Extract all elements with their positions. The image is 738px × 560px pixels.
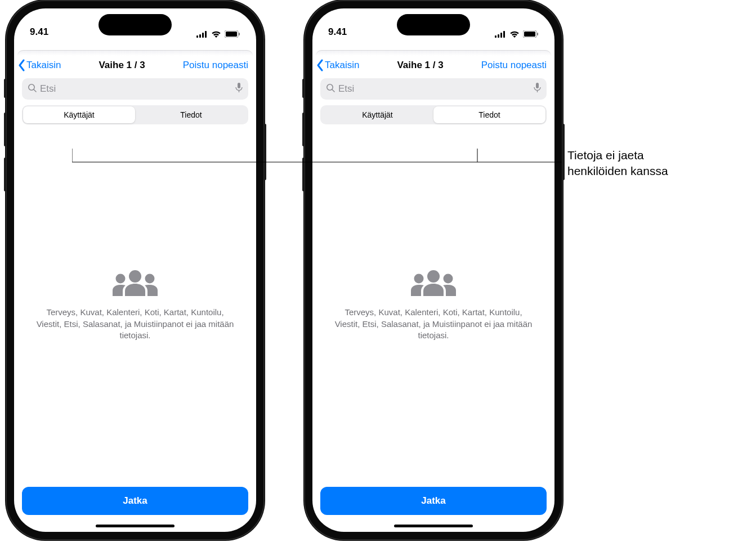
segment-users[interactable]: Käyttäjät [321, 106, 433, 123]
search-field[interactable]: Etsi [22, 78, 248, 100]
mic-icon[interactable] [534, 83, 541, 96]
svg-rect-3 [205, 31, 207, 38]
sheet-grabber [312, 50, 554, 56]
chevron-left-icon [316, 59, 324, 71]
svg-rect-17 [503, 31, 505, 38]
screen: 9.41 [14, 8, 256, 532]
back-button[interactable]: Takaisin [316, 59, 359, 71]
svg-rect-14 [495, 35, 497, 38]
sheet-grabber [14, 50, 256, 56]
people-group-icon [409, 270, 458, 299]
svg-point-25 [427, 270, 440, 283]
empty-state: Terveys, Kuvat, Kalenteri, Koti, Kartat,… [14, 124, 256, 487]
svg-point-13 [145, 274, 155, 284]
search-field[interactable]: Etsi [320, 78, 547, 100]
chevron-left-icon [17, 59, 25, 71]
svg-rect-0 [196, 35, 198, 38]
continue-button[interactable]: Jatka [22, 487, 248, 515]
search-placeholder: Etsi [338, 83, 530, 95]
svg-rect-5 [226, 32, 237, 37]
svg-point-27 [444, 274, 453, 284]
cellular-signal-icon [495, 31, 506, 38]
volume-up-button [302, 113, 305, 146]
empty-state: Terveys, Kuvat, Kalenteri, Koti, Kartat,… [312, 124, 554, 487]
cellular-signal-icon [196, 31, 208, 38]
svg-rect-23 [536, 83, 539, 88]
volume-down-button [4, 158, 6, 191]
svg-rect-19 [524, 32, 535, 37]
empty-state-message: Terveys, Kuvat, Kalenteri, Koti, Kartat,… [332, 307, 535, 341]
nav-bar: Takaisin Vaihe 1 / 3 Poistu nopeasti [14, 56, 256, 76]
svg-line-8 [34, 89, 36, 92]
dynamic-island [397, 14, 470, 35]
home-indicator [96, 525, 175, 527]
nav-title: Vaihe 1 / 3 [99, 60, 145, 71]
back-label: Takaisin [325, 60, 359, 71]
silent-switch [4, 79, 6, 98]
home-indicator [394, 525, 473, 527]
svg-rect-20 [537, 33, 538, 35]
continue-button[interactable]: Jatka [320, 487, 547, 515]
search-icon [28, 83, 37, 95]
wifi-icon [509, 31, 520, 38]
annotation-text: Tietoja ei jaeta henkilöiden kanssa [567, 147, 738, 180]
search-icon [326, 83, 335, 95]
segmented-control: Käyttäjät Tiedot [320, 105, 547, 124]
power-button [562, 124, 565, 180]
volume-up-button [4, 113, 6, 146]
volume-down-button [302, 158, 305, 191]
phone-mock-left: 9.41 [6, 0, 265, 540]
quick-exit-button[interactable]: Poistu nopeasti [481, 60, 547, 71]
wifi-icon [211, 31, 221, 38]
svg-rect-15 [498, 34, 499, 38]
svg-rect-1 [199, 34, 201, 38]
screen: 9.41 [312, 8, 554, 532]
quick-exit-button[interactable]: Poistu nopeasti [183, 60, 248, 71]
power-button [264, 124, 266, 180]
mic-icon[interactable] [235, 83, 243, 96]
segment-users[interactable]: Käyttäjät [23, 106, 135, 123]
segment-data[interactable]: Tiedot [135, 106, 247, 123]
status-time: 9.41 [328, 26, 347, 38]
svg-rect-9 [238, 83, 240, 88]
back-label: Takaisin [26, 60, 61, 71]
svg-point-12 [116, 274, 126, 284]
phone-mock-right: 9.41 [304, 0, 563, 540]
svg-rect-2 [202, 33, 204, 38]
battery-icon [523, 30, 539, 38]
nav-title: Vaihe 1 / 3 [397, 60, 443, 71]
silent-switch [302, 79, 305, 98]
people-group-icon [111, 270, 159, 299]
empty-state-message: Terveys, Kuvat, Kalenteri, Koti, Kartat,… [33, 307, 237, 341]
dynamic-island [99, 14, 172, 35]
segment-data[interactable]: Tiedot [433, 106, 545, 123]
svg-line-22 [332, 89, 334, 92]
segmented-control: Käyttäjät Tiedot [22, 105, 248, 124]
svg-rect-16 [500, 33, 502, 38]
svg-rect-6 [239, 33, 240, 35]
svg-point-26 [414, 274, 424, 284]
comparison-stage: 9.41 [0, 0, 738, 560]
search-placeholder: Etsi [40, 83, 232, 95]
battery-icon [225, 30, 240, 38]
nav-bar: Takaisin Vaihe 1 / 3 Poistu nopeasti [312, 56, 554, 76]
svg-point-11 [129, 270, 141, 283]
status-time: 9.41 [30, 26, 48, 38]
back-button[interactable]: Takaisin [17, 59, 61, 71]
